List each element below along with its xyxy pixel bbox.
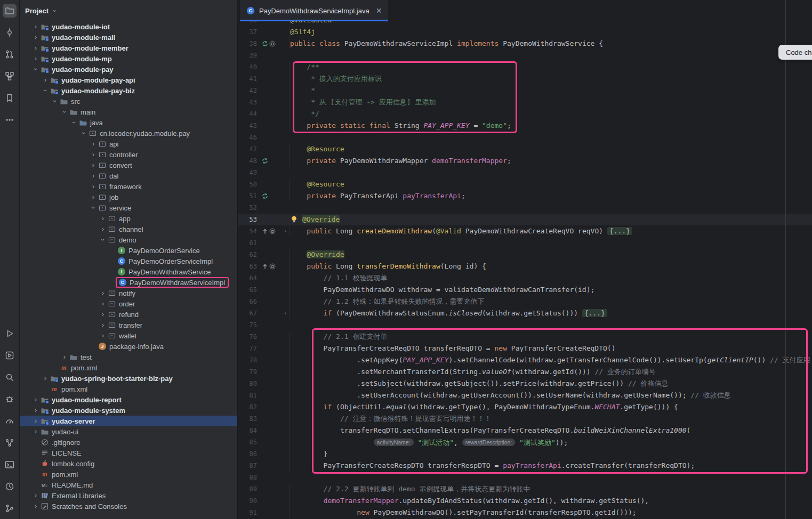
chevron-right-icon[interactable]: › bbox=[89, 140, 98, 148]
chevron-down-icon[interactable]: › bbox=[89, 204, 98, 212]
tree-item-yudao-module-mall[interactable]: ›yudao-module-mall bbox=[20, 32, 237, 43]
tree-item-paydemowithdrawserviceimpl[interactable]: CPayDemoWithdrawServiceImpl bbox=[20, 277, 237, 288]
run-icon[interactable] bbox=[3, 327, 17, 340]
code-line-43[interactable]: 43 * 从 [支付管理 -> 应用信息] 里添加 bbox=[238, 96, 812, 108]
todo-icon[interactable] bbox=[3, 480, 17, 493]
code-line-62[interactable]: 62 @Override bbox=[238, 249, 812, 261]
code-line-65[interactable]: 65 PayDemoWithdrawDO withdraw = validate… bbox=[238, 284, 812, 296]
chevron-right-icon[interactable]: › bbox=[60, 353, 69, 361]
folded-region[interactable]: {...} bbox=[607, 227, 632, 235]
code-line-78[interactable]: 78 .setAppKey(PAY_APP_KEY).setChannelCod… bbox=[238, 354, 812, 366]
code-line-77[interactable]: 77 PayTransferCreateReqDTO transferReqDT… bbox=[238, 343, 812, 354]
chevron-down-icon[interactable]: › bbox=[79, 129, 88, 137]
more-tool-windows-icon[interactable] bbox=[3, 113, 17, 127]
oicon-gutter-icon[interactable]: O bbox=[269, 228, 276, 234]
code-line-83[interactable]: 83 // 注意：微信很特殊！提现需要写明用途！！！ bbox=[238, 413, 812, 425]
chevron-right-icon[interactable]: › bbox=[89, 161, 98, 169]
tree-item-yudao-module-pay-api[interactable]: ›yudao-module-pay-api bbox=[20, 75, 237, 85]
code-line-81[interactable]: 81 .setUserAccount(withdraw.getUserAccou… bbox=[238, 390, 812, 401]
tree-item-yudao-ui[interactable]: ›yudao-ui bbox=[20, 426, 237, 437]
code-line-45[interactable]: 45 private static final String PAY_APP_K… bbox=[238, 120, 812, 132]
profiler-icon[interactable] bbox=[3, 414, 17, 428]
code-line-52[interactable]: 52 bbox=[238, 202, 812, 214]
chevron-right-icon[interactable]: › bbox=[31, 502, 40, 510]
bean-gutter-icon[interactable] bbox=[262, 158, 268, 164]
override-gutter-icon[interactable] bbox=[262, 228, 268, 234]
tree-item-wallet[interactable]: ›wallet bbox=[20, 330, 237, 341]
code-line-48[interactable]: 48 private PayDemoWithdrawMapper demoTra… bbox=[238, 155, 812, 167]
code-line-40[interactable]: 40 /** bbox=[238, 61, 812, 73]
code-line-47[interactable]: 47 @Resource bbox=[238, 143, 812, 155]
code-line-51[interactable]: 51 private PayTransferApi payTransferApi… bbox=[238, 190, 812, 202]
folded-region[interactable]: {...} bbox=[582, 309, 607, 317]
chevron-right-icon[interactable]: › bbox=[99, 331, 107, 340]
chevron-down-icon[interactable]: › bbox=[41, 86, 50, 95]
oicon-gutter-icon[interactable]: O bbox=[269, 40, 276, 47]
chevron-right-icon[interactable]: › bbox=[31, 54, 40, 63]
tree-item-paydemowithdrawservice[interactable]: IPayDemoWithdrawService bbox=[20, 266, 237, 277]
chevron-right-icon[interactable]: › bbox=[89, 172, 98, 180]
chevron-right-icon[interactable]: › bbox=[31, 395, 40, 404]
code-line-85[interactable]: 85 activityName: "测试活动", rewardDescripti… bbox=[238, 436, 812, 448]
tree-item-gitignore[interactable]: .gitignore bbox=[20, 437, 237, 448]
tree-item-src[interactable]: ›src bbox=[20, 96, 237, 107]
tree-item-controller[interactable]: ›controller bbox=[20, 149, 237, 160]
tree-item-pom-xml[interactable]: mpom.xml bbox=[20, 469, 237, 480]
code-line-82[interactable]: 82 if (ObjectUtil.equal(withdraw.getType… bbox=[238, 401, 812, 413]
chevron-right-icon[interactable]: › bbox=[99, 214, 107, 223]
tree-item-app[interactable]: ›app bbox=[20, 213, 237, 224]
code-line-42[interactable]: 42 * bbox=[238, 85, 812, 96]
chevron-right-icon[interactable]: › bbox=[41, 374, 50, 383]
fold-marker-icon[interactable]: › bbox=[282, 225, 289, 237]
tree-item-external-libraries[interactable]: ›External Libraries bbox=[20, 490, 237, 501]
tree-item-pom-xml[interactable]: mpom.xml bbox=[20, 384, 237, 394]
tree-item-channel[interactable]: ›channel bbox=[20, 224, 237, 234]
tree-item-yudao-module-member[interactable]: ›yudao-module-member bbox=[20, 43, 237, 53]
code-line-63[interactable]: 63O public Long transferDemoWithdraw(Lon… bbox=[238, 261, 812, 272]
chevron-right-icon[interactable]: › bbox=[31, 22, 40, 31]
tree-item-yudao-module-iot[interactable]: ›yudao-module-iot bbox=[20, 21, 237, 32]
code-line-79[interactable]: 79 .setMerchantTransferId(String.valueOf… bbox=[238, 366, 812, 378]
code-line-84[interactable]: 84 transferReqDTO.setChannelExtras(PayTr… bbox=[238, 425, 812, 436]
code-line-50[interactable]: 50 @Resource bbox=[238, 179, 812, 190]
code-line-80[interactable]: 80 .setSubject(withdraw.getSubject()).se… bbox=[238, 378, 812, 390]
project-panel-header[interactable]: Project ⌄ bbox=[20, 0, 237, 21]
code-line-87[interactable]: 87 PayTransferCreateRespDTO transferResp… bbox=[238, 460, 812, 472]
tree-item-cn-iocoder-yudao-module-pay[interactable]: ›cn.iocoder.yudao.module.pay bbox=[20, 128, 237, 139]
tree-item-refund[interactable]: ›refund bbox=[20, 309, 237, 320]
code-line-67[interactable]: 67› if (PayDemoWithdrawStatusEnum.isClos… bbox=[238, 307, 812, 319]
code-line-46[interactable]: 46 bbox=[238, 132, 812, 143]
code-line-49[interactable]: 49 bbox=[238, 167, 812, 179]
chevron-right-icon[interactable]: › bbox=[99, 310, 107, 319]
tree-item-job[interactable]: ›job bbox=[20, 192, 237, 202]
tree-item-java[interactable]: ›java bbox=[20, 117, 237, 128]
code-line-39[interactable]: 39 bbox=[238, 50, 812, 61]
code-line-61[interactable]: 61 bbox=[238, 237, 812, 249]
chevron-right-icon[interactable]: › bbox=[99, 289, 107, 297]
chevron-right-icon[interactable]: › bbox=[41, 76, 50, 84]
tree-item-paydemoorderservice[interactable]: IPayDemoOrderService bbox=[20, 245, 237, 256]
version-control-icon[interactable] bbox=[3, 501, 17, 515]
tree-item-dal[interactable]: ›dal bbox=[20, 171, 237, 181]
structure-icon[interactable] bbox=[3, 69, 17, 83]
tree-item-yudao-module-mp[interactable]: ›yudao-module-mp bbox=[20, 53, 237, 64]
chevron-right-icon[interactable]: › bbox=[89, 193, 98, 201]
tree-item-convert[interactable]: ›convert bbox=[20, 160, 237, 171]
chevron-right-icon[interactable]: › bbox=[31, 33, 40, 42]
tree-item-yudao-module-report[interactable]: ›yudao-module-report bbox=[20, 394, 237, 405]
code-line-37[interactable]: 37@Slf4j bbox=[238, 26, 812, 38]
terminal-icon[interactable] bbox=[3, 458, 17, 472]
code-line-90[interactable]: 90 demoTransferMapper.updateByIdAndStatu… bbox=[238, 495, 812, 507]
debug-icon[interactable] bbox=[3, 392, 17, 406]
tree-item-lombok-config[interactable]: lombok.config bbox=[20, 458, 237, 469]
chevron-right-icon[interactable]: › bbox=[31, 491, 40, 500]
code-line-64[interactable]: 64 // 1.1 校验提现单 bbox=[238, 272, 812, 284]
dependencies-icon[interactable] bbox=[3, 436, 17, 450]
code-line-54[interactable]: 54O› public Long createDemoWithdraw(@Val… bbox=[238, 225, 812, 237]
code-line-89[interactable]: 89 // 2.2 更新转账单到 demo 示例提现单，并将状态更新为转账中 bbox=[238, 483, 812, 495]
code-line-86[interactable]: 86 } bbox=[238, 448, 812, 460]
code-line-36[interactable]: 36@Validated bbox=[238, 21, 812, 26]
tree-item-yudao-spring-boot-starter-biz-pay[interactable]: ›yudao-spring-boot-starter-biz-pay bbox=[20, 373, 237, 384]
tree-item-paydemoorderserviceimpl[interactable]: CPayDemoOrderServiceImpl bbox=[20, 256, 237, 266]
chevron-down-icon[interactable]: › bbox=[70, 118, 78, 127]
